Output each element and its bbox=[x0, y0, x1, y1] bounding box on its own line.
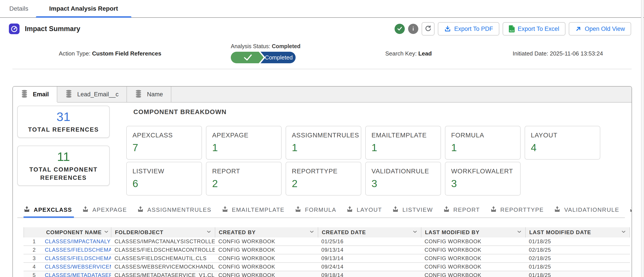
tab-details[interactable]: Details bbox=[2, 0, 36, 17]
component-link[interactable]: CLASSES/FIELDSCHEMAC... bbox=[45, 247, 111, 253]
folder-object-cell: CLASSES/IMPACTANALYSISCTROLLERTE... bbox=[111, 238, 215, 244]
field-tab-email[interactable]: Email bbox=[13, 86, 57, 102]
column-header-last-modified-by[interactable]: LAST MODIFIED BY bbox=[422, 227, 526, 238]
status-progress-badge: Completed bbox=[231, 52, 296, 63]
total-references-card: 31 TOTAL REFERENCES bbox=[17, 106, 110, 138]
component-tab-listview[interactable]: LISTVIEW bbox=[387, 204, 438, 218]
check-circle-icon bbox=[396, 25, 403, 33]
status-ok-button[interactable] bbox=[394, 24, 405, 34]
row-number: 2 bbox=[24, 247, 45, 253]
breakdown-card-listview: LISTVIEW 6 bbox=[126, 162, 202, 196]
row-number: 1 bbox=[24, 238, 45, 244]
component-tab-report[interactable]: REPORT bbox=[438, 204, 485, 218]
tab-details-label: Details bbox=[9, 5, 28, 12]
action-type-label: Action Type: bbox=[59, 50, 90, 57]
last-modified-date-cell: 02/18/25 bbox=[525, 247, 630, 253]
created-by-cell: CONFIG WORKBOOK bbox=[215, 255, 318, 262]
breakdown-card-reporttype: REPORTTYPE 2 bbox=[286, 162, 361, 196]
component-table: COMPONENT NAME FOLDER/OBJECT CREATED BY … bbox=[24, 227, 630, 277]
created-date-cell: 09/13/14 bbox=[318, 247, 421, 253]
field-tab-lead-email-c-label: Lead_Email__c bbox=[77, 91, 118, 98]
column-header-created-date[interactable]: CREATED DATE bbox=[318, 227, 422, 238]
created-by-cell: CONFIG WORKBOOK bbox=[215, 264, 318, 270]
upload-icon bbox=[346, 206, 353, 214]
table-row: 4 CLASSES/WEBSERVICEMO... CLASSES/WEBSER… bbox=[24, 263, 630, 271]
total-component-references-label: TOTAL COMPONENT REFERENCES bbox=[27, 166, 100, 182]
search-key-value: Lead bbox=[418, 50, 432, 57]
arrow-up-right-icon bbox=[575, 26, 582, 32]
component-tab-layout[interactable]: LAYOUT bbox=[341, 204, 387, 218]
app-header: Impact Summary Export To PDF XLS Export … bbox=[0, 18, 644, 40]
field-tab-lead-email-c[interactable]: Lead_Email__c bbox=[57, 86, 127, 102]
column-header-folder-object[interactable]: FOLDER/OBJECT bbox=[112, 227, 215, 238]
initiated-date-label: Initiated Date: bbox=[513, 50, 548, 57]
last-modified-by-cell: CONFIG WORKBOOK bbox=[421, 255, 525, 262]
component-tab-validationrule[interactable]: VALIDATIONRULE bbox=[549, 204, 624, 218]
export-excel-label: Export To Excel bbox=[518, 26, 559, 32]
total-component-references-card: 11 TOTAL COMPONENT REFERENCES bbox=[17, 146, 110, 186]
column-header-component-name[interactable]: COMPONENT NAME bbox=[24, 227, 112, 238]
field-tab-name[interactable]: Name bbox=[127, 86, 171, 102]
tab-impact-analysis-report[interactable]: Impact Analysis Report bbox=[36, 0, 131, 17]
component-breakdown-grid: APEXCLASS 7 APEXPAGE 1 ASSIGNMENTRULES 1 bbox=[126, 126, 632, 196]
column-header-last-modified-date[interactable]: LAST MODIFIED DATE bbox=[526, 227, 630, 238]
field-tab-name-label: Name bbox=[147, 91, 163, 98]
initiated-date-value: 2025-11-06 13:53:24 bbox=[550, 50, 603, 57]
created-by-cell: CONFIG WORKBOOK bbox=[215, 272, 318, 277]
analysis-status-label: Analysis Status: bbox=[231, 43, 270, 49]
created-date-cell: 09/24/14 bbox=[318, 264, 421, 270]
last-modified-by-cell: CONFIG WORKBOOK bbox=[421, 238, 525, 244]
table-row: 1 CLASSES/IMPACTANALYSI... CLASSES/IMPAC… bbox=[24, 238, 630, 246]
divider bbox=[12, 69, 632, 69]
last-modified-by-cell: CONFIG WORKBOOK bbox=[421, 247, 525, 253]
created-date-cell: 01/25/16 bbox=[318, 238, 421, 244]
folder-object-cell: CLASSES/METADATASERVICE_V1.CLS bbox=[111, 272, 215, 277]
component-type-tabs: APEXCLASS APEXPAGE ASSIGNMENTRULES EMAIL… bbox=[17, 204, 625, 218]
upload-icon bbox=[222, 206, 228, 214]
component-tab-apexclass[interactable]: APEXCLASS bbox=[24, 204, 77, 218]
component-tab-apexpage[interactable]: APEXPAGE bbox=[77, 204, 132, 218]
panel-body: 31 TOTAL REFERENCES 11 TOTAL COMPONENT R… bbox=[13, 102, 632, 277]
component-tab-formula[interactable]: FORMULA bbox=[290, 204, 341, 218]
component-tab-emailtemplate[interactable]: EMAILTEMPLATE bbox=[216, 204, 290, 218]
page-scrollbar[interactable] bbox=[641, 0, 643, 277]
breakdown-card-report: REPORT 2 bbox=[206, 162, 282, 196]
upload-icon bbox=[629, 206, 632, 214]
component-tab-reporttype[interactable]: REPORTTYPE bbox=[485, 204, 549, 218]
component-tab-assignmentrules[interactable]: ASSIGNMENTRULES bbox=[132, 204, 216, 218]
upload-icon bbox=[24, 206, 30, 214]
upload-icon bbox=[82, 206, 89, 214]
component-link[interactable]: CLASSES/METADATASERV... bbox=[45, 272, 111, 277]
export-pdf-button[interactable]: Export To PDF bbox=[438, 22, 499, 36]
chevron-down-icon bbox=[309, 229, 315, 236]
component-tab-workflowalert[interactable]: WORKFLOWALERT bbox=[624, 204, 632, 218]
last-modified-by-cell: CONFIG WORKBOOK bbox=[421, 264, 525, 270]
summary-cards: 31 TOTAL REFERENCES 11 TOTAL COMPONENT R… bbox=[17, 106, 110, 186]
component-link[interactable]: CLASSES/FIELDSCHEMAU... bbox=[45, 255, 111, 262]
component-link[interactable]: CLASSES/IMPACTANALYSI... bbox=[45, 238, 111, 244]
info-button[interactable] bbox=[408, 24, 418, 34]
field-tab-bar: Email Lead_Email__c Name bbox=[13, 86, 632, 102]
impact-summary-panel: Email Lead_Email__c Name 31 TOTAL REFERE… bbox=[12, 86, 632, 277]
total-references-label: TOTAL REFERENCES bbox=[20, 126, 107, 134]
tab-impact-analysis-report-label: Impact Analysis Report bbox=[49, 5, 118, 12]
breakdown-card-emailtemplate: EMAILTEMPLATE 1 bbox=[365, 126, 441, 160]
column-header-created-by[interactable]: CREATED BY bbox=[215, 227, 318, 238]
chevron-down-icon bbox=[516, 229, 522, 236]
refresh-icon bbox=[424, 25, 432, 33]
breakdown-card-apexpage: APEXPAGE 1 bbox=[206, 126, 282, 160]
created-by-cell: CONFIG WORKBOOK bbox=[215, 247, 318, 253]
search-key-label: Search Key: bbox=[385, 50, 417, 57]
refresh-button[interactable] bbox=[422, 22, 434, 36]
database-icon bbox=[135, 90, 142, 99]
chevron-down-icon bbox=[412, 229, 418, 236]
action-type: Action Type: Custom Field References bbox=[59, 50, 161, 57]
folder-object-cell: CLASSES/FIELDSCHEMACONTROLLERTE... bbox=[111, 247, 215, 253]
folder-object-cell: CLASSES/FIELDSCHEMAUTIL.CLS bbox=[111, 255, 215, 262]
chevron-down-icon bbox=[621, 229, 626, 236]
open-old-view-button[interactable]: Open Old View bbox=[569, 22, 631, 36]
breakdown-card-layout: LAYOUT 4 bbox=[524, 126, 600, 160]
component-link[interactable]: CLASSES/WEBSERVICEMO... bbox=[45, 264, 111, 270]
folder-object-cell: CLASSES/WEBSERVICEMOCKHANDLER.... bbox=[111, 264, 215, 270]
export-excel-button[interactable]: XLS Export To Excel bbox=[503, 22, 566, 36]
